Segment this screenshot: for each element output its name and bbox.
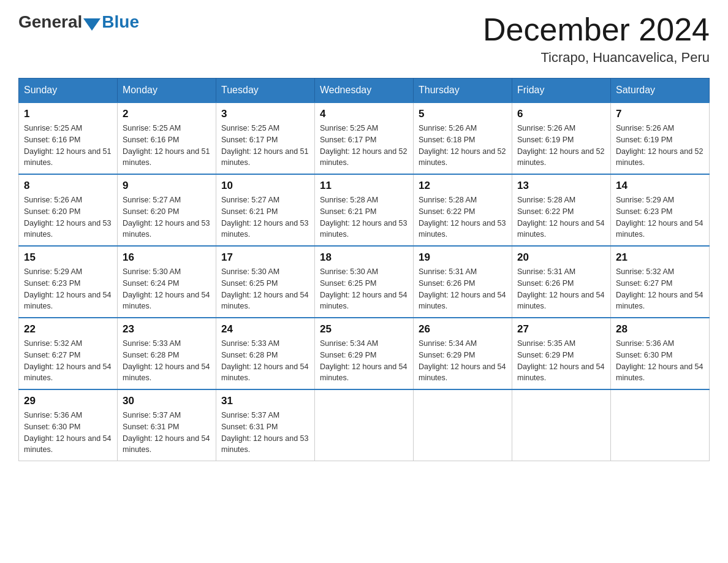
day-cell: [611, 389, 710, 461]
day-number: 2: [123, 108, 211, 120]
day-number: 19: [419, 251, 507, 264]
week-row-3: 15 Sunrise: 5:29 AM Sunset: 6:23 PM Dayl…: [19, 246, 710, 318]
day-number: 11: [320, 180, 408, 192]
day-info: Sunrise: 5:25 AM Sunset: 6:16 PM Dayligh…: [123, 123, 211, 169]
header-wednesday: Wednesday: [315, 79, 414, 103]
day-cell: 22 Sunrise: 5:32 AM Sunset: 6:27 PM Dayl…: [19, 318, 118, 389]
day-cell: 5 Sunrise: 5:26 AM Sunset: 6:18 PM Dayli…: [414, 102, 512, 174]
day-number: 23: [123, 323, 211, 335]
day-info: Sunrise: 5:28 AM Sunset: 6:22 PM Dayligh…: [517, 194, 605, 240]
day-number: 31: [221, 395, 309, 407]
day-cell: 11 Sunrise: 5:28 AM Sunset: 6:21 PM Dayl…: [315, 174, 414, 246]
day-cell: 27 Sunrise: 5:35 AM Sunset: 6:29 PM Dayl…: [512, 318, 611, 389]
day-number: 12: [419, 180, 507, 192]
day-number: 20: [517, 251, 605, 264]
day-info: Sunrise: 5:25 AM Sunset: 6:16 PM Dayligh…: [24, 123, 112, 169]
day-cell: 13 Sunrise: 5:28 AM Sunset: 6:22 PM Dayl…: [512, 174, 611, 246]
day-info: Sunrise: 5:37 AM Sunset: 6:31 PM Dayligh…: [221, 410, 309, 456]
day-info: Sunrise: 5:35 AM Sunset: 6:29 PM Dayligh…: [517, 338, 605, 384]
day-number: 3: [221, 108, 309, 120]
day-info: Sunrise: 5:33 AM Sunset: 6:28 PM Dayligh…: [221, 338, 309, 384]
day-info: Sunrise: 5:26 AM Sunset: 6:19 PM Dayligh…: [616, 123, 704, 169]
logo: General Blue: [18, 12, 139, 32]
header-friday: Friday: [512, 79, 611, 103]
day-cell: 31 Sunrise: 5:37 AM Sunset: 6:31 PM Dayl…: [216, 389, 315, 461]
page-header: General Blue December 2024 Ticrapo, Huan…: [18, 12, 710, 66]
day-cell: 7 Sunrise: 5:26 AM Sunset: 6:19 PM Dayli…: [611, 102, 710, 174]
day-cell: 4 Sunrise: 5:25 AM Sunset: 6:17 PM Dayli…: [315, 102, 414, 174]
logo-general-text: General: [18, 12, 82, 32]
day-info: Sunrise: 5:29 AM Sunset: 6:23 PM Dayligh…: [616, 194, 704, 240]
month-title: December 2024: [483, 12, 710, 47]
day-number: 14: [616, 180, 704, 192]
day-info: Sunrise: 5:34 AM Sunset: 6:29 PM Dayligh…: [320, 338, 408, 384]
title-section: December 2024 Ticrapo, Huancavelica, Per…: [483, 12, 710, 66]
day-info: Sunrise: 5:27 AM Sunset: 6:21 PM Dayligh…: [221, 194, 309, 240]
day-info: Sunrise: 5:28 AM Sunset: 6:22 PM Dayligh…: [419, 194, 507, 240]
day-number: 27: [517, 323, 605, 335]
day-info: Sunrise: 5:36 AM Sunset: 6:30 PM Dayligh…: [616, 338, 704, 384]
day-info: Sunrise: 5:32 AM Sunset: 6:27 PM Dayligh…: [24, 338, 112, 384]
day-info: Sunrise: 5:34 AM Sunset: 6:29 PM Dayligh…: [419, 338, 507, 384]
logo-blue-text: Blue: [102, 12, 139, 32]
day-cell: 9 Sunrise: 5:27 AM Sunset: 6:20 PM Dayli…: [118, 174, 216, 246]
day-cell: 10 Sunrise: 5:27 AM Sunset: 6:21 PM Dayl…: [216, 174, 315, 246]
day-cell: 25 Sunrise: 5:34 AM Sunset: 6:29 PM Dayl…: [315, 318, 414, 389]
day-cell: 17 Sunrise: 5:30 AM Sunset: 6:25 PM Dayl…: [216, 246, 315, 318]
day-info: Sunrise: 5:26 AM Sunset: 6:18 PM Dayligh…: [419, 123, 507, 169]
day-number: 18: [320, 251, 408, 264]
day-cell: 21 Sunrise: 5:32 AM Sunset: 6:27 PM Dayl…: [611, 246, 710, 318]
day-cell: 14 Sunrise: 5:29 AM Sunset: 6:23 PM Dayl…: [611, 174, 710, 246]
day-cell: 16 Sunrise: 5:30 AM Sunset: 6:24 PM Dayl…: [118, 246, 216, 318]
day-number: 6: [517, 108, 605, 120]
location-title: Ticrapo, Huancavelica, Peru: [483, 50, 710, 66]
day-number: 24: [221, 323, 309, 335]
header-sunday: Sunday: [19, 79, 118, 103]
day-cell: 24 Sunrise: 5:33 AM Sunset: 6:28 PM Dayl…: [216, 318, 315, 389]
header-monday: Monday: [118, 79, 216, 103]
day-number: 30: [123, 395, 211, 407]
day-cell: 18 Sunrise: 5:30 AM Sunset: 6:25 PM Dayl…: [315, 246, 414, 318]
day-info: Sunrise: 5:26 AM Sunset: 6:20 PM Dayligh…: [24, 194, 112, 240]
day-info: Sunrise: 5:30 AM Sunset: 6:25 PM Dayligh…: [221, 266, 309, 312]
week-row-5: 29 Sunrise: 5:36 AM Sunset: 6:30 PM Dayl…: [19, 389, 710, 461]
day-cell: 30 Sunrise: 5:37 AM Sunset: 6:31 PM Dayl…: [118, 389, 216, 461]
day-number: 7: [616, 108, 704, 120]
day-number: 15: [24, 251, 112, 264]
day-info: Sunrise: 5:25 AM Sunset: 6:17 PM Dayligh…: [320, 123, 408, 169]
day-cell: 20 Sunrise: 5:31 AM Sunset: 6:26 PM Dayl…: [512, 246, 611, 318]
header-saturday: Saturday: [611, 79, 710, 103]
day-number: 25: [320, 323, 408, 335]
day-cell: [414, 389, 512, 461]
calendar-table: SundayMondayTuesdayWednesdayThursdayFrid…: [18, 78, 710, 461]
header-tuesday: Tuesday: [216, 79, 315, 103]
header-thursday: Thursday: [414, 79, 512, 103]
day-number: 29: [24, 395, 112, 407]
day-cell: 1 Sunrise: 5:25 AM Sunset: 6:16 PM Dayli…: [19, 102, 118, 174]
day-info: Sunrise: 5:36 AM Sunset: 6:30 PM Dayligh…: [24, 410, 112, 456]
day-info: Sunrise: 5:26 AM Sunset: 6:19 PM Dayligh…: [517, 123, 605, 169]
logo-arrow-icon: [83, 18, 100, 31]
day-info: Sunrise: 5:30 AM Sunset: 6:24 PM Dayligh…: [123, 266, 211, 312]
day-info: Sunrise: 5:31 AM Sunset: 6:26 PM Dayligh…: [419, 266, 507, 312]
week-row-1: 1 Sunrise: 5:25 AM Sunset: 6:16 PM Dayli…: [19, 102, 710, 174]
day-cell: 12 Sunrise: 5:28 AM Sunset: 6:22 PM Dayl…: [414, 174, 512, 246]
header-row: SundayMondayTuesdayWednesdayThursdayFrid…: [19, 79, 710, 103]
day-number: 13: [517, 180, 605, 192]
day-info: Sunrise: 5:32 AM Sunset: 6:27 PM Dayligh…: [616, 266, 704, 312]
day-cell: 19 Sunrise: 5:31 AM Sunset: 6:26 PM Dayl…: [414, 246, 512, 318]
day-number: 17: [221, 251, 309, 264]
day-cell: 3 Sunrise: 5:25 AM Sunset: 6:17 PM Dayli…: [216, 102, 315, 174]
day-number: 4: [320, 108, 408, 120]
day-info: Sunrise: 5:28 AM Sunset: 6:21 PM Dayligh…: [320, 194, 408, 240]
day-info: Sunrise: 5:25 AM Sunset: 6:17 PM Dayligh…: [221, 123, 309, 169]
day-info: Sunrise: 5:37 AM Sunset: 6:31 PM Dayligh…: [123, 410, 211, 456]
day-number: 9: [123, 180, 211, 192]
day-info: Sunrise: 5:31 AM Sunset: 6:26 PM Dayligh…: [517, 266, 605, 312]
day-number: 8: [24, 180, 112, 192]
day-cell: 28 Sunrise: 5:36 AM Sunset: 6:30 PM Dayl…: [611, 318, 710, 389]
week-row-2: 8 Sunrise: 5:26 AM Sunset: 6:20 PM Dayli…: [19, 174, 710, 246]
day-cell: 29 Sunrise: 5:36 AM Sunset: 6:30 PM Dayl…: [19, 389, 118, 461]
day-number: 10: [221, 180, 309, 192]
day-number: 5: [419, 108, 507, 120]
